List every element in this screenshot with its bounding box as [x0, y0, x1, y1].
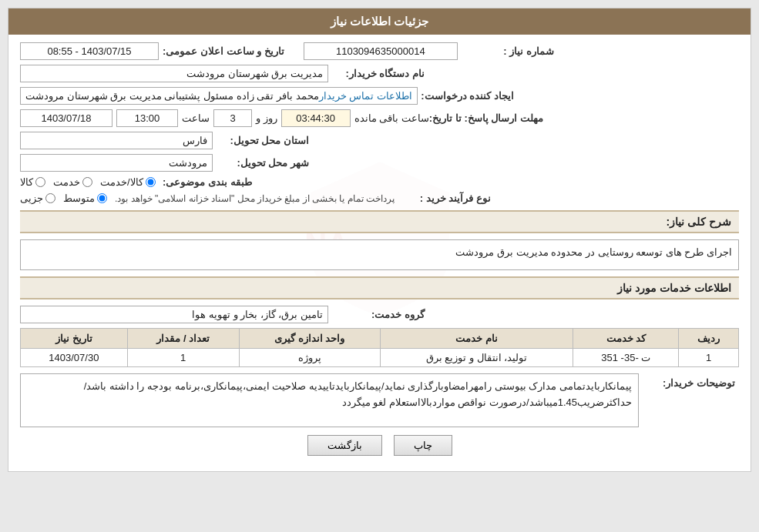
category-option-goods-service: کالا/خدمت — [100, 176, 156, 188]
reply-deadline-row: مهلت ارسال پاسخ: تا تاریخ: ساعت باقی مان… — [20, 109, 739, 127]
purchase-type-label: نوع فرآیند خرید : — [395, 192, 495, 204]
announce-date-label: تاریخ و ساعت اعلان عمومی: — [163, 45, 288, 57]
panel-title: جزئیات اطلاعات نیاز — [331, 15, 428, 28]
remaining-value: 03:44:30 — [281, 109, 351, 127]
category-label-service: خدمت — [53, 176, 80, 188]
cell-qty: 1 — [127, 349, 239, 367]
buyer-notes-label: توضیحات خریدار: — [639, 373, 739, 389]
service-group-value: تامین برق، گاز، بخار و تهویه هوا — [20, 306, 328, 323]
col-header-name: نام خدمت — [380, 329, 573, 349]
description-header: شرح کلی نیاز: — [20, 210, 739, 233]
days-value: 3 — [213, 109, 252, 127]
purchase-label-medium: متوسط — [63, 192, 95, 204]
city-value: مرودشت — [20, 154, 213, 172]
buyer-org-label: نام دستگاه خریدار: — [328, 68, 428, 79]
category-radio-goods-service[interactable] — [146, 177, 156, 187]
button-row: چاپ بازگشت — [20, 435, 739, 463]
requester-contact-link[interactable]: اطلاعات تماس خریدار — [319, 90, 412, 102]
buyer-notes-row: توضیحات خریدار: پیمانکاربایدتمامی مدارک … — [20, 373, 739, 427]
category-radio-group: کالا/خدمت خدمت کالا — [20, 176, 156, 188]
requester-value-box: اطلاعات تماس خریدار محمد بافر تقی زاده م… — [20, 87, 418, 105]
purchase-type-row: نوع فرآیند خرید : پرداخت تمام یا بخشی از… — [20, 192, 739, 204]
purchase-radio-partial[interactable] — [45, 193, 55, 203]
category-label-goods-service: کالا/خدمت — [100, 176, 143, 188]
cell-name: تولید، انتقال و توزیع برق — [380, 349, 573, 367]
buyer-org-value: مدیریت برق شهرستان مرودشت — [20, 65, 328, 82]
cell-date: 1403/07/30 — [21, 349, 128, 367]
col-header-date: تاریخ نیاز — [21, 329, 128, 349]
reply-date-value: 1403/07/18 — [20, 109, 113, 127]
announce-date-value: 1403/07/15 - 08:55 — [20, 42, 159, 60]
services-table: ردیف کد خدمت نام خدمت واحد اندازه گیری ت… — [20, 328, 739, 367]
purchase-medium: متوسط — [63, 192, 107, 204]
services-header-text: اطلاعات خدمات مورد نیاز — [617, 282, 731, 294]
service-group-label: گروه خدمت: — [328, 309, 428, 320]
category-radio-goods[interactable] — [35, 177, 45, 187]
requester-row: ایجاد کننده درخواست: اطلاعات تماس خریدار… — [20, 87, 739, 105]
province-label: استان محل تحویل: — [213, 135, 313, 146]
service-group-row: گروه خدمت: تامین برق، گاز، بخار و تهویه … — [20, 306, 739, 323]
description-value: اجرای طرح های توسعه روستایی در محدوده مد… — [20, 239, 739, 270]
category-label-goods: کالا — [20, 176, 33, 188]
category-radio-service[interactable] — [82, 177, 92, 187]
col-header-qty: تعداد / مقدار — [127, 329, 239, 349]
purchase-note: پرداخت تمام یا بخشی از مبلغ خریداز محل "… — [115, 193, 395, 204]
time-value: 13:00 — [116, 109, 178, 127]
reply-deadline-group: ساعت باقی مانده 03:44:30 روز و 3 ساعت 13… — [20, 109, 429, 127]
category-row: طبقه بندی موضوعی: کالا/خدمت خدمت کالا — [20, 176, 739, 188]
cell-row-num: 1 — [679, 349, 739, 367]
purchase-type-group: پرداخت تمام یا بخشی از مبلغ خریداز محل "… — [20, 192, 395, 204]
cell-unit: پروژه — [239, 349, 380, 367]
province-value: فارس — [20, 132, 213, 149]
print-button[interactable]: چاپ — [394, 435, 452, 456]
purchase-label-partial: جزیی — [20, 192, 43, 204]
category-option-goods: کالا — [20, 176, 45, 188]
purchase-partial: جزیی — [20, 192, 55, 204]
col-header-unit: واحد اندازه گیری — [239, 329, 380, 349]
city-label: شهر محل تحویل: — [213, 157, 313, 169]
reply-deadline-label: مهلت ارسال پاسخ: تا تاریخ: — [429, 112, 547, 124]
description-header-text: شرح کلی نیاز: — [667, 216, 731, 228]
need-number-label: شماره نیاز : — [458, 45, 558, 57]
days-label: روز و — [256, 112, 277, 124]
back-button[interactable]: بازگشت — [307, 435, 382, 456]
category-option-service: خدمت — [53, 176, 92, 188]
description-container: اجرای طرح های توسعه روستایی در محدوده مد… — [20, 239, 739, 270]
panel-header: جزئیات اطلاعات نیاز — [8, 8, 751, 35]
buyer-notes-value: پیمانکاربایدتمامی مدارک بیوستی رامهرامضا… — [20, 373, 639, 427]
cell-code: ت -35- 351 — [573, 349, 679, 367]
category-label: طبقه بندی موضوعی: — [156, 176, 256, 188]
services-section-header: اطلاعات خدمات مورد نیاز — [20, 276, 739, 299]
buyer-org-row: نام دستگاه خریدار: مدیریت برق شهرستان مر… — [20, 65, 739, 82]
need-number-row: شماره نیاز : 1103094635000014 تاریخ و سا… — [20, 42, 739, 60]
time-label: ساعت — [182, 112, 210, 124]
col-header-code: کد خدمت — [573, 329, 679, 349]
requester-label: ایجاد کننده درخواست: — [418, 90, 518, 102]
remaining-label: ساعت باقی مانده — [354, 112, 429, 124]
table-row: 1 ت -35- 351 تولید، انتقال و توزیع برق پ… — [21, 349, 739, 367]
purchase-radio-medium[interactable] — [97, 193, 107, 203]
requester-name: محمد بافر تقی زاده مسئول پشتیبانی مدیریت… — [25, 90, 319, 102]
table-header-row: ردیف کد خدمت نام خدمت واحد اندازه گیری ت… — [21, 329, 739, 349]
city-row: شهر محل تحویل: مرودشت — [20, 154, 739, 172]
col-header-row-num: ردیف — [679, 329, 739, 349]
need-number-value: 1103094635000014 — [304, 42, 458, 60]
province-row: استان محل تحویل: فارس — [20, 132, 739, 149]
